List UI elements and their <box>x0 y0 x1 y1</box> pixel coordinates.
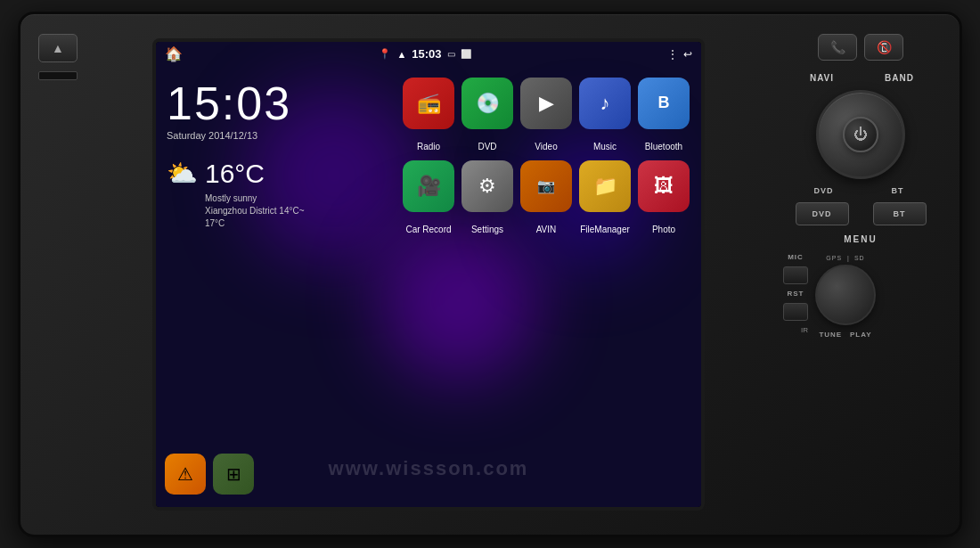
app-bluetooth[interactable]: B <box>638 78 690 129</box>
apps-grid-icon[interactable]: ⊞ <box>213 454 254 495</box>
rst-button[interactable] <box>783 303 808 321</box>
app-row-1-labels: Radio DVD Video Music Bluetooth <box>403 138 692 151</box>
ir-label: IR <box>801 326 808 334</box>
band-label: BAND <box>861 73 938 83</box>
weather-description: Mostly sunnyXiangzhou District 14°C~17°C <box>205 192 305 230</box>
label-video: Video <box>520 142 572 151</box>
mic-label: MIC <box>788 253 804 261</box>
status-center: 📍 ▲ 15:03 ▭ ⬜ <box>379 47 470 61</box>
app-photo[interactable]: 🖼 <box>638 160 690 212</box>
gps-label: GPS <box>826 255 842 261</box>
weather-widget: ⛅ 16°C Mostly sunnyXiangzhou District 14… <box>167 159 412 230</box>
mini-icons: ⚠ ⊞ <box>165 454 254 495</box>
music-icon: ♪ <box>600 92 610 115</box>
label-music: Music <box>579 142 631 151</box>
eject-button[interactable]: ▲ <box>38 34 78 62</box>
bt-button[interactable]: BT <box>873 202 927 225</box>
weather-icon: ⛅ <box>167 159 198 188</box>
radio-icon: 📻 <box>417 92 441 115</box>
wifi-icon: ▲ <box>396 49 406 60</box>
widget-area: 15:03 Saturday 2014/12/13 ⛅ 16°C Mostly … <box>156 67 423 507</box>
tune-knob[interactable] <box>815 265 876 325</box>
temperature: 16°C <box>205 159 305 189</box>
app-settings[interactable]: ⚙ <box>461 160 513 212</box>
app-radio[interactable]: 📻 <box>403 78 454 129</box>
file-manager-icon: 📁 <box>593 175 617 198</box>
watermark: www.wissson.com <box>329 457 529 480</box>
app-car-record[interactable]: 🎥 <box>403 160 454 212</box>
car-record-icon: 🎥 <box>417 175 441 198</box>
label-photo: Photo <box>638 225 690 234</box>
label-radio: Radio <box>403 142 454 151</box>
app-dvd[interactable]: 💿 <box>461 78 513 129</box>
tune-label: TUNE <box>819 331 842 339</box>
gps-sd-labels: GPS | SD <box>826 255 864 261</box>
status-left: 🏠 <box>165 45 183 62</box>
navi-band-labels: NAVI BAND <box>783 73 938 83</box>
app-row-2-labels: Car Record Settings AVIN FileManager Pho… <box>403 221 692 234</box>
settings-icon: ⚙ <box>478 175 496 198</box>
label-avin: AVIN <box>520 225 572 234</box>
menu-label: MENU <box>844 234 877 244</box>
power-icon: ⏻ <box>853 127 868 143</box>
power-button[interactable]: ⏻ <box>843 117 878 152</box>
sd-label: SD <box>854 255 865 261</box>
app-row-1: 📻 💿 ▶ ♪ B <box>403 78 692 129</box>
photo-icon: 🖼 <box>654 175 674 198</box>
bt-label: BT <box>861 186 935 195</box>
app-grid: 📻 💿 ▶ ♪ B <box>398 69 701 243</box>
call-end-button[interactable]: 📵 <box>864 34 903 61</box>
app-video[interactable]: ▶ <box>520 78 572 129</box>
status-bar: 🏠 📍 ▲ 15:03 ▭ ⬜ ⋮ ↩ <box>156 42 701 67</box>
dvd-bt-labels: DVD BT <box>783 186 938 195</box>
video-icon: ▶ <box>539 92 554 115</box>
play-label: PLAY <box>850 331 872 339</box>
cd-slot <box>38 71 78 80</box>
battery-icon: ▭ <box>447 49 455 59</box>
tune-knob-col: GPS | SD TUNE PLAY <box>815 253 876 339</box>
back-icon[interactable]: ↩ <box>683 48 692 61</box>
right-panel: 📞 📵 NAVI BAND ⏻ DVD BT DVD BT MENU MIC <box>776 30 945 519</box>
mic-button[interactable] <box>783 266 808 284</box>
app-file-manager[interactable]: 📁 <box>579 160 631 212</box>
label-file-manager: FileManager <box>579 225 631 234</box>
app-row-2: 🎥 ⚙ 📷 📁 🖼 <box>403 160 692 212</box>
mic-rst-column: MIC RST IR <box>783 253 808 336</box>
label-settings: Settings <box>461 225 513 234</box>
rst-label: RST <box>788 290 804 298</box>
status-time: 15:03 <box>412 47 441 61</box>
main-volume-knob[interactable]: ⏻ <box>816 90 905 179</box>
dvd-icon: 💿 <box>476 92 500 115</box>
main-knob-row: ⏻ <box>783 90 938 179</box>
screen-container: 🏠 📍 ▲ 15:03 ▭ ⬜ ⋮ ↩ 1 <box>92 30 765 519</box>
label-dvd: DVD <box>461 142 513 151</box>
weather-info: 16°C Mostly sunnyXiangzhou District 14°C… <box>205 159 305 230</box>
status-right: ⋮ ↩ <box>667 48 692 61</box>
left-panel: ▲ <box>35 30 81 519</box>
label-car-record: Car Record <box>403 225 454 234</box>
dvd-bt-buttons: DVD BT <box>783 202 938 225</box>
label-bluetooth: Bluetooth <box>638 142 690 151</box>
bottom-right-controls: MIC RST IR GPS | SD TUNE PLAY <box>783 253 938 339</box>
tune-play-labels: TUNE PLAY <box>815 331 876 339</box>
avin-icon: 📷 <box>537 177 555 194</box>
app-music[interactable]: ♪ <box>579 78 631 129</box>
navi-label: NAVI <box>783 73 861 83</box>
android-screen[interactable]: 🏠 📍 ▲ 15:03 ▭ ⬜ ⋮ ↩ 1 <box>156 42 701 507</box>
home-icon[interactable]: 🏠 <box>165 45 183 62</box>
warning-app-icon[interactable]: ⚠ <box>165 454 206 495</box>
location-icon: 📍 <box>379 48 391 60</box>
date-widget: Saturday 2014/12/13 <box>167 130 412 141</box>
head-unit: ▲ 🏠 📍 ▲ 15:03 ▭ <box>18 12 962 537</box>
call-answer-button[interactable]: 📞 <box>818 34 857 61</box>
sim-icon: ⬜ <box>461 49 471 59</box>
dvd-button[interactable]: DVD <box>796 202 849 225</box>
more-icon[interactable]: ⋮ <box>667 48 678 61</box>
call-buttons: 📞 📵 <box>818 34 903 61</box>
screen-bezel: 🏠 📍 ▲ 15:03 ▭ ⬜ ⋮ ↩ 1 <box>152 38 705 511</box>
app-avin[interactable]: 📷 <box>520 160 572 212</box>
dvd-label: DVD <box>787 186 861 195</box>
bluetooth-icon: B <box>658 94 670 112</box>
clock-widget: 15:03 <box>167 80 412 127</box>
